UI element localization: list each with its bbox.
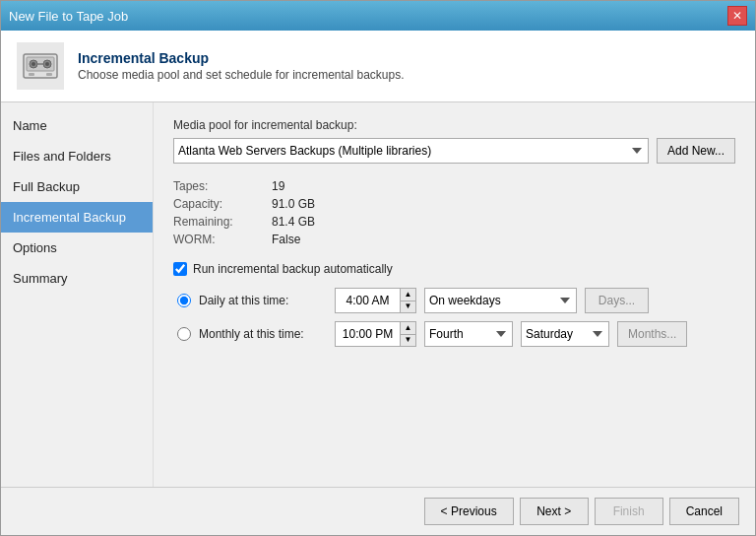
sidebar-item-full-backup[interactable]: Full Backup [1, 171, 153, 202]
cancel-button[interactable]: Cancel [669, 498, 739, 525]
sidebar: Name Files and Folders Full Backup Incre… [1, 102, 154, 487]
capacity-label: Capacity: [173, 197, 272, 211]
remaining-row: Remaining: 81.4 GB [173, 213, 735, 231]
svg-point-4 [32, 62, 35, 66]
media-pool-row: Atlanta Web Servers Backups (Multiple li… [173, 138, 735, 164]
monthly-spin-up[interactable]: ▲ [401, 322, 415, 335]
auto-backup-checkbox[interactable] [173, 262, 187, 276]
body: Name Files and Folders Full Backup Incre… [1, 102, 755, 487]
daily-days-dropdown[interactable]: On weekdays On weekends Everyday Monday … [424, 288, 577, 313]
next-button[interactable]: Next > [520, 498, 589, 525]
daily-spin-buttons: ▲ ▼ [400, 289, 415, 312]
header-title: Incremental Backup [78, 50, 405, 66]
daily-spin-down[interactable]: ▼ [401, 302, 415, 313]
daily-schedule-row: Daily at this time: ▲ ▼ On weekdays On w… [177, 288, 735, 313]
remaining-value: 81.4 GB [272, 215, 315, 229]
worm-label: WORM: [173, 233, 272, 246]
capacity-value: 91.0 GB [272, 197, 315, 211]
monthly-radio[interactable] [177, 327, 191, 341]
tapes-value: 19 [272, 179, 284, 193]
main-window: New File to Tape Job ✕ Incremental Backu… [0, 0, 756, 536]
daily-time-input[interactable] [336, 289, 400, 312]
media-pool-label: Media pool for incremental backup: [173, 118, 735, 132]
window-title: New File to Tape Job [9, 9, 128, 24]
monthly-label: Monthly at this time: [199, 327, 327, 341]
header-subtitle: Choose media pool and set schedule for i… [78, 68, 405, 82]
monthly-time-spinner: ▲ ▼ [335, 321, 416, 347]
tapes-row: Tapes: 19 [173, 177, 735, 195]
auto-backup-label: Run incremental backup automatically [193, 262, 393, 276]
schedule-block: Daily at this time: ▲ ▼ On weekdays On w… [177, 288, 735, 347]
info-table: Tapes: 19 Capacity: 91.0 GB Remaining: 8… [173, 177, 735, 248]
svg-rect-8 [46, 73, 52, 76]
worm-row: WORM: False [173, 231, 735, 248]
monthly-week-dropdown[interactable]: First Second Third Fourth Last [424, 321, 513, 347]
previous-button[interactable]: < Previous [424, 498, 514, 525]
header-area: Incremental Backup Choose media pool and… [1, 31, 755, 102]
tapes-label: Tapes: [173, 179, 272, 193]
header-icon [17, 42, 64, 90]
footer: < Previous Next > Finish Cancel [1, 487, 755, 535]
monthly-day-dropdown[interactable]: Monday Tuesday Wednesday Thursday Friday… [521, 321, 609, 347]
add-new-button[interactable]: Add New... [657, 138, 735, 164]
sidebar-item-options[interactable]: Options [1, 233, 153, 263]
monthly-schedule-row: Monthly at this time: ▲ ▼ First Second T… [177, 321, 735, 347]
sidebar-item-summary[interactable]: Summary [1, 263, 153, 294]
monthly-spin-down[interactable]: ▼ [401, 335, 415, 347]
media-pool-select[interactable]: Atlanta Web Servers Backups (Multiple li… [173, 138, 649, 164]
close-button[interactable]: ✕ [727, 6, 747, 26]
daily-time-spinner: ▲ ▼ [335, 288, 416, 313]
months-button[interactable]: Months... [617, 321, 687, 347]
monthly-time-input[interactable] [336, 322, 400, 346]
daily-label: Daily at this time: [199, 294, 327, 307]
daily-spin-up[interactable]: ▲ [401, 289, 415, 302]
auto-backup-checkbox-row: Run incremental backup automatically [173, 262, 735, 276]
worm-value: False [272, 233, 300, 246]
sidebar-item-incremental-backup[interactable]: Incremental Backup [1, 202, 153, 233]
days-button[interactable]: Days... [585, 288, 649, 313]
remaining-label: Remaining: [173, 215, 272, 229]
content-area: Media pool for incremental backup: Atlan… [154, 102, 755, 487]
title-bar: New File to Tape Job ✕ [1, 1, 755, 31]
monthly-spin-buttons: ▲ ▼ [400, 322, 415, 346]
header-text: Incremental Backup Choose media pool and… [78, 50, 405, 82]
daily-radio[interactable] [177, 294, 191, 307]
sidebar-item-name[interactable]: Name [1, 110, 153, 141]
sidebar-item-files-and-folders[interactable]: Files and Folders [1, 141, 153, 171]
svg-rect-7 [29, 73, 34, 76]
finish-button[interactable]: Finish [595, 498, 663, 525]
capacity-row: Capacity: 91.0 GB [173, 195, 735, 213]
svg-point-5 [45, 62, 49, 66]
